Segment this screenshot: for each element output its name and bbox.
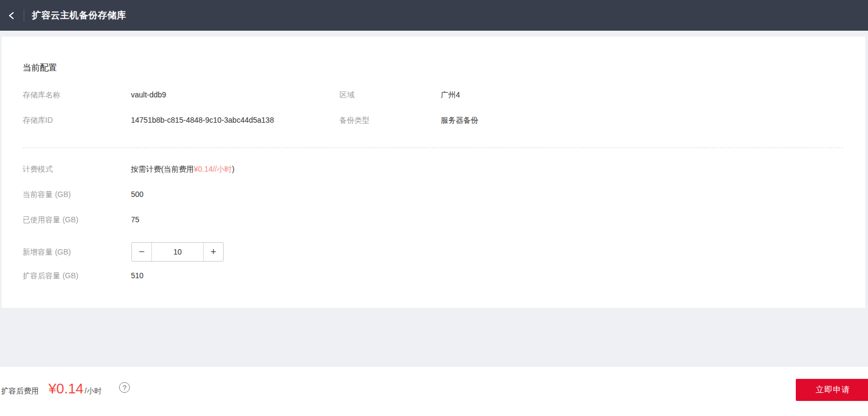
- billing-mode-value: 按需计费(当前费用¥0.14//小时): [131, 165, 234, 174]
- backup-type-value: 服务器备份: [441, 116, 478, 125]
- dashed-divider: [23, 147, 843, 148]
- cost-after-expansion: 扩容后费用 ¥0.14 /小时: [1, 380, 102, 397]
- section-title: 当前配置: [23, 62, 57, 74]
- capacity-after-value: 510: [131, 271, 143, 280]
- capacity-after-label: 扩容后容量 (GB): [23, 271, 78, 281]
- footer-bar: 扩容后费用 ¥0.14 /小时 ? 立即申请: [0, 366, 868, 416]
- stepper-plus-button[interactable]: +: [204, 243, 223, 261]
- current-capacity-label: 当前容量 (GB): [23, 190, 71, 200]
- back-chevron-icon: [7, 11, 17, 20]
- cost-label: 扩容后费用: [1, 386, 39, 396]
- used-capacity-value: 75: [131, 215, 140, 224]
- page-title: 扩容云主机备份存储库: [32, 9, 126, 22]
- billing-mode-text-prefix: 按需计费(当前费用: [131, 165, 194, 173]
- region-label: 区域: [339, 90, 355, 100]
- added-capacity-stepper: − +: [131, 242, 224, 262]
- billing-mode-text-suffix: ): [232, 165, 235, 173]
- billing-current-price: ¥0.14//小时: [194, 165, 232, 173]
- cost-unit: /小时: [85, 386, 102, 396]
- header-divider: [24, 10, 24, 22]
- expand-vault-page: 扩容云主机备份存储库 当前配置 存储库名称 vault-ddb9 区域 广州4 …: [0, 0, 868, 416]
- backup-type-label: 备份类型: [339, 116, 370, 125]
- cost-price: ¥0.14: [48, 380, 84, 397]
- vault-id-value: 14751b8b-c815-4848-9c10-3abc44d5a138: [131, 116, 274, 124]
- stepper-minus-button[interactable]: −: [132, 243, 151, 261]
- vault-id-label: 存储库ID: [23, 116, 53, 125]
- used-capacity-label: 已使用容量 (GB): [23, 215, 78, 225]
- vault-name-value: vault-ddb9: [131, 90, 166, 99]
- page-header: 扩容云主机备份存储库: [0, 0, 868, 31]
- back-button[interactable]: [0, 0, 24, 31]
- added-capacity-input[interactable]: [151, 243, 204, 261]
- help-question-icon[interactable]: ?: [119, 382, 130, 393]
- billing-mode-label: 计费模式: [23, 165, 53, 174]
- added-capacity-label: 新增容量 (GB): [23, 248, 71, 257]
- region-value: 广州4: [441, 90, 460, 100]
- apply-now-button[interactable]: 立即申请: [796, 379, 868, 401]
- vault-name-label: 存储库名称: [23, 90, 60, 100]
- current-config-card: 当前配置 存储库名称 vault-ddb9 区域 广州4 存储库ID 14751…: [2, 37, 865, 308]
- current-capacity-value: 500: [131, 190, 143, 199]
